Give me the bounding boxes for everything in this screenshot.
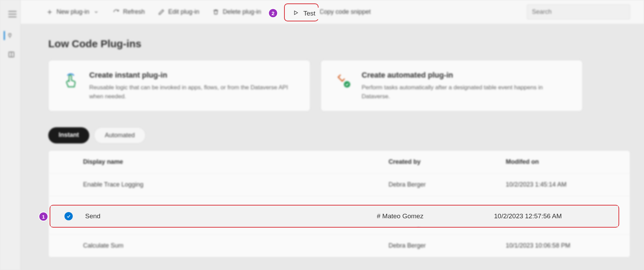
table-row[interactable]: Enable Trace Logging Debra Berger 10/2/2…: [49, 173, 630, 196]
automated-card-title: Create automated plug-in: [362, 71, 570, 80]
row-selected-check-icon[interactable]: [64, 212, 73, 220]
plus-icon: [46, 9, 53, 16]
delete-label: Delete plug-in: [223, 8, 261, 16]
edit-label: Edit plug-in: [168, 8, 199, 16]
instant-card-title: Create instant plug-in: [89, 71, 298, 80]
automated-card-desc: Perform tasks automatically after a desi…: [362, 83, 570, 101]
col-modified-on[interactable]: Modifed on: [506, 158, 623, 166]
play-icon: [293, 10, 299, 17]
page-title: Low Code Plug-ins: [48, 38, 630, 50]
command-bar: New plug-in Refresh Edit plug-in Delete …: [21, 0, 644, 24]
annotation-badge-1: 1: [39, 212, 48, 221]
hamburger-icon[interactable]: [8, 11, 17, 17]
table-header-row: Display name Created by Modifed on: [49, 151, 630, 173]
refresh-button[interactable]: Refresh: [108, 6, 150, 18]
refresh-icon: [113, 9, 120, 16]
plugins-table: Display name Created by Modifed on Enabl…: [48, 150, 630, 258]
tab-automated[interactable]: Automated: [94, 127, 145, 143]
row-name: Send: [85, 212, 377, 220]
create-automated-card[interactable]: Create automated plug-in Perform tasks a…: [321, 60, 583, 111]
row-created-by: # Mateo Gomez: [377, 212, 494, 220]
row-modified-on: 10/2/2023 12:57:56 AM: [494, 212, 611, 220]
col-display-name[interactable]: Display name: [83, 158, 389, 166]
plugin-rail-icon[interactable]: [4, 31, 13, 40]
left-nav-rail: [0, 0, 21, 270]
instant-card-desc: Reusable logic that can be invoked in ap…: [89, 83, 298, 101]
edit-plugin-button[interactable]: Edit plug-in: [153, 6, 204, 18]
pencil-icon: [158, 9, 165, 16]
create-instant-card[interactable]: Create instant plug-in Reusable logic th…: [48, 60, 310, 111]
table-row-selected-crisp[interactable]: Send # Mateo Gomez 10/2/2023 12:57:56 AM: [51, 206, 618, 227]
refresh-label: Refresh: [123, 8, 145, 16]
test-button-crisp[interactable]: Test: [289, 8, 320, 19]
tap-icon: [61, 71, 80, 90]
svg-marker-6: [294, 11, 298, 15]
tab-instant[interactable]: Instant: [48, 127, 89, 143]
copy-label: Copy code snippet: [319, 8, 371, 16]
col-created-by[interactable]: Created by: [389, 158, 506, 166]
delete-plugin-button[interactable]: Delete plug-in: [208, 6, 266, 18]
chevron-down-icon: [93, 9, 100, 16]
table-row[interactable]: Calculate Sum Debra Berger 10/1/2023 10:…: [49, 234, 630, 257]
trash-icon: [212, 9, 219, 16]
new-plugin-button[interactable]: New plug-in: [41, 6, 104, 18]
plug-icon: [333, 71, 353, 90]
new-plugin-label: New plug-in: [57, 8, 89, 16]
search-input[interactable]: [527, 4, 630, 19]
annotation-badge-2: 2: [268, 8, 278, 18]
book-rail-icon[interactable]: [7, 50, 16, 59]
